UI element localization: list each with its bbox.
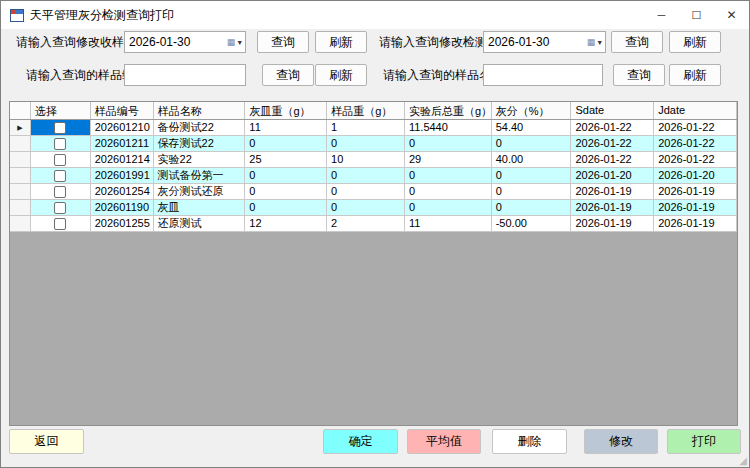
table-cell[interactable]: 0 [327, 168, 405, 184]
receive-date-dropdown[interactable]: ▦▼ [225, 32, 245, 52]
select-cell[interactable] [31, 168, 91, 184]
table-cell[interactable]: 2026-01-19 [654, 184, 737, 200]
column-header[interactable]: 选择 [31, 102, 91, 119]
test-date-refresh-button[interactable]: 刷新 [669, 31, 721, 53]
sample-no-query-button[interactable]: 查询 [262, 64, 314, 86]
table-cell[interactable]: 202601991 [91, 168, 154, 184]
receive-date-refresh-button[interactable]: 刷新 [315, 31, 367, 53]
table-cell[interactable]: 0 [405, 200, 492, 216]
modify-button[interactable]: 修改 [584, 429, 658, 454]
minimize-button[interactable]: ─ [644, 1, 679, 29]
column-header[interactable]: 灰皿重（g） [245, 102, 327, 119]
table-cell[interactable]: 2026-01-20 [571, 168, 654, 184]
table-cell[interactable]: 0 [492, 168, 572, 184]
ok-button[interactable]: 确定 [323, 429, 398, 454]
sample-no-input[interactable] [125, 65, 245, 85]
row-checkbox[interactable] [54, 218, 66, 230]
table-cell[interactable]: 2026-01-19 [654, 200, 737, 216]
table-cell[interactable]: 2026-01-19 [571, 200, 654, 216]
select-cell[interactable] [31, 216, 91, 232]
table-cell[interactable]: 0 [327, 200, 405, 216]
column-header[interactable]: 样品名称 [154, 102, 246, 119]
column-header[interactable]: 样品编号 [91, 102, 154, 119]
table-cell[interactable]: 2026-01-22 [654, 152, 737, 168]
select-cell[interactable] [31, 152, 91, 168]
test-date-dropdown[interactable]: ▦▼ [585, 32, 605, 52]
column-header[interactable]: 灰分（%） [492, 102, 572, 119]
table-row[interactable]: 202601214实验2225102940.002026-01-222026-0… [10, 152, 737, 168]
table-cell[interactable]: 实验22 [154, 152, 246, 168]
table-cell[interactable]: 0 [405, 184, 492, 200]
table-row[interactable]: 202601254灰分测试还原00002026-01-192026-01-19 [10, 184, 737, 200]
table-row[interactable]: 202601211保存测试2200002026-01-222026-01-22 [10, 136, 737, 152]
row-checkbox[interactable] [54, 170, 66, 182]
table-cell[interactable]: 2026-01-20 [654, 168, 737, 184]
column-header[interactable]: Jdate [654, 102, 737, 119]
table-cell[interactable]: 0 [492, 200, 572, 216]
sample-name-input[interactable] [484, 65, 602, 85]
table-cell[interactable]: 12 [245, 216, 327, 232]
table-cell[interactable]: 202601254 [91, 184, 154, 200]
table-cell[interactable]: 2026-01-22 [571, 152, 654, 168]
table-cell[interactable]: 0 [245, 168, 327, 184]
select-cell[interactable] [31, 200, 91, 216]
row-checkbox[interactable] [54, 202, 66, 214]
table-cell[interactable]: 灰分测试还原 [154, 184, 246, 200]
table-row[interactable]: 202601991测试备份第一00002026-01-202026-01-20 [10, 168, 737, 184]
table-cell[interactable]: 测试备份第一 [154, 168, 246, 184]
row-checkbox[interactable] [54, 186, 66, 198]
table-cell[interactable]: 202601210 [91, 120, 154, 136]
table-cell[interactable]: 40.00 [492, 152, 572, 168]
table-cell[interactable]: 灰皿 [154, 200, 246, 216]
row-header[interactable] [10, 152, 31, 168]
row-header[interactable] [10, 168, 31, 184]
table-row[interactable]: 202601190灰皿00002026-01-192026-01-19 [10, 200, 737, 216]
table-row[interactable]: 202601255还原测试12211-50.002026-01-192026-0… [10, 216, 737, 232]
table-cell[interactable]: 0 [327, 136, 405, 152]
row-header[interactable]: ▶ [10, 120, 31, 136]
select-cell[interactable] [31, 184, 91, 200]
table-row[interactable]: ▶202601210备份测试2211111.544054.402026-01-2… [10, 120, 737, 136]
table-cell[interactable]: 0 [245, 184, 327, 200]
table-cell[interactable]: 0 [245, 200, 327, 216]
table-cell[interactable]: 2026-01-19 [571, 184, 654, 200]
row-header[interactable] [10, 200, 31, 216]
table-cell[interactable]: 2026-01-19 [654, 216, 737, 232]
maximize-button[interactable]: ☐ [679, 1, 714, 29]
table-cell[interactable]: 2026-01-22 [654, 136, 737, 152]
column-header[interactable]: 实验后总重（g） [405, 102, 492, 119]
table-cell[interactable]: 202601214 [91, 152, 154, 168]
table-cell[interactable]: 备份测试22 [154, 120, 246, 136]
row-checkbox[interactable] [54, 122, 66, 134]
row-header[interactable] [10, 184, 31, 200]
delete-button[interactable]: 删除 [492, 429, 567, 454]
table-cell[interactable]: 0 [245, 136, 327, 152]
table-cell[interactable]: 1 [327, 120, 405, 136]
receive-date-picker[interactable]: 2026-01-30 ▦▼ [124, 31, 246, 53]
close-button[interactable]: ✕ [714, 1, 749, 29]
table-cell[interactable]: 2026-01-22 [571, 136, 654, 152]
table-cell[interactable]: 2026-01-19 [571, 216, 654, 232]
test-date-query-button[interactable]: 查询 [611, 31, 663, 53]
sample-name-refresh-button[interactable]: 刷新 [669, 64, 721, 86]
column-header[interactable]: 样品重（g） [327, 102, 405, 119]
resize-grip-icon[interactable]: ◢ [739, 456, 747, 466]
test-date-picker[interactable]: 2026-01-30 ▦▼ [483, 31, 606, 53]
column-header[interactable]: Sdate [571, 102, 654, 119]
table-cell[interactable]: 2 [327, 216, 405, 232]
row-checkbox[interactable] [54, 138, 66, 150]
table-cell[interactable]: 0 [327, 184, 405, 200]
table-cell[interactable]: 11.5440 [405, 120, 492, 136]
table-cell[interactable]: 25 [245, 152, 327, 168]
receive-date-query-button[interactable]: 查询 [257, 31, 309, 53]
grid-corner-cell[interactable] [10, 102, 31, 119]
table-cell[interactable]: 10 [327, 152, 405, 168]
table-cell[interactable]: 2026-01-22 [654, 120, 737, 136]
select-cell[interactable] [31, 120, 91, 136]
row-header[interactable] [10, 216, 31, 232]
select-cell[interactable] [31, 136, 91, 152]
table-cell[interactable]: 0 [405, 136, 492, 152]
row-checkbox[interactable] [54, 154, 66, 166]
table-cell[interactable]: 保存测试22 [154, 136, 246, 152]
table-cell[interactable]: 202601255 [91, 216, 154, 232]
